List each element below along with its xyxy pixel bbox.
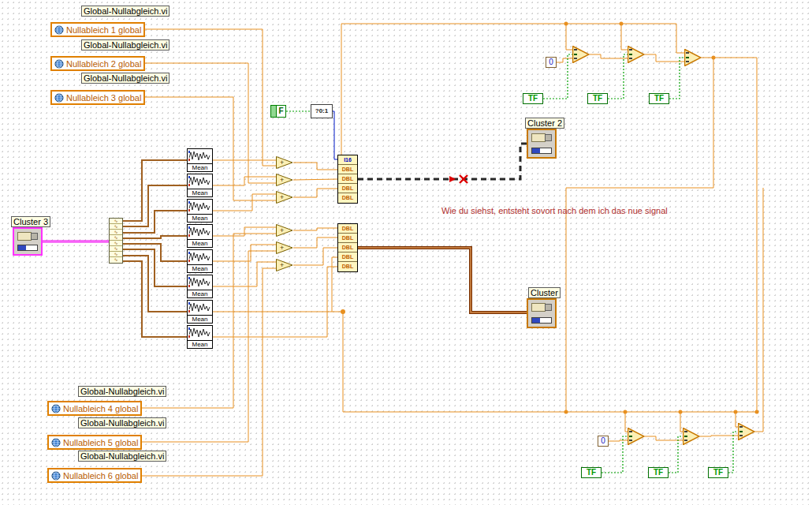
- select-function[interactable]: [684, 49, 702, 66]
- mean-label: Mean: [188, 189, 212, 196]
- tf-boolean-constant[interactable]: TF: [581, 467, 602, 478]
- numeric-wire[interactable]: [702, 58, 757, 412]
- mean-vi-node[interactable]: Mean: [187, 300, 213, 324]
- mean-vi-node[interactable]: Mean: [187, 325, 213, 349]
- waveform-wires[interactable]: [123, 160, 187, 337]
- add-function[interactable]: +: [276, 174, 293, 186]
- cluster-wire[interactable]: [358, 248, 527, 312]
- waveform-icon: [188, 326, 212, 340]
- numeric-wire[interactable]: [621, 24, 628, 50]
- numeric-wire[interactable]: [645, 436, 683, 440]
- add-function[interactable]: +: [276, 224, 293, 237]
- bundle-node[interactable]: DBL DBL DBL DBL DBL: [337, 223, 358, 272]
- cluster3-control[interactable]: [13, 227, 43, 256]
- false-boolean-constant[interactable]: F: [270, 105, 286, 118]
- select-function[interactable]: [738, 423, 755, 440]
- bundle-row: DBL: [338, 165, 357, 174]
- mean-vi-node[interactable]: Mean: [187, 275, 213, 298]
- select-function[interactable]: [572, 46, 590, 63]
- mean-vi-node[interactable]: Mean: [187, 148, 213, 172]
- mean-label: Mean: [188, 290, 212, 297]
- numeric-wire[interactable]: [293, 179, 337, 180]
- numeric-wire[interactable]: [213, 227, 276, 236]
- cluster-label: Cluster: [528, 287, 561, 298]
- numeric-wire[interactable]: [609, 440, 628, 441]
- waveform-icon: [188, 149, 212, 163]
- boolean-wire[interactable]: [728, 432, 738, 473]
- bundle-row: DBL: [338, 262, 357, 271]
- global-variable-node[interactable]: Nullableich 6 global: [47, 468, 142, 483]
- mean-vi-node[interactable]: Mean: [187, 199, 213, 223]
- global-variable-node[interactable]: Nullableich 5 global: [47, 435, 142, 450]
- mean-label: Mean: [188, 214, 212, 222]
- broken-cluster-wire[interactable]: [358, 144, 527, 179]
- numeric-wire[interactable]: [700, 436, 738, 436]
- tf-boolean-constant[interactable]: TF: [523, 93, 543, 104]
- global-variable-node[interactable]: Nullableich 2 global: [50, 56, 145, 71]
- global-variable-label: Nullableich 2 global: [66, 59, 141, 69]
- add-function[interactable]: +: [276, 241, 293, 254]
- mean-vi-node[interactable]: Mean: [187, 174, 213, 197]
- numeric-wire[interactable]: [566, 58, 713, 412]
- numeric-wire[interactable]: [645, 54, 684, 62]
- add-function[interactable]: +: [276, 191, 293, 204]
- numeric-wires[interactable]: [136, 24, 763, 476]
- numeric-wire[interactable]: [213, 262, 276, 286]
- boolean-to-01-node[interactable]: ?0:1: [311, 104, 333, 118]
- numeric-wire[interactable]: [293, 189, 337, 197]
- numeric-wire[interactable]: [293, 163, 337, 170]
- cluster2-indicator[interactable]: [527, 129, 557, 159]
- unbundle-cell: ∿: [110, 241, 122, 246]
- cluster-indicator[interactable]: [527, 298, 557, 328]
- numeric-wire[interactable]: [566, 24, 572, 50]
- numeric-wire[interactable]: [676, 24, 684, 53]
- numeric-constant-zero[interactable]: 0: [546, 57, 557, 68]
- svg-text:+: +: [280, 159, 284, 166]
- mean-vi-node[interactable]: Mean: [187, 249, 213, 273]
- bundle-row: DBL: [338, 184, 357, 193]
- numeric-wire[interactable]: [293, 248, 337, 265]
- numeric-wire[interactable]: [557, 58, 572, 62]
- tf-boolean-constant[interactable]: TF: [708, 467, 728, 478]
- numeric-wire[interactable]: [213, 245, 276, 261]
- boolean-wire[interactable]: [608, 54, 628, 99]
- global-variable-node[interactable]: Nullableich 1 global: [50, 22, 145, 37]
- numeric-wire[interactable]: [213, 267, 337, 337]
- svg-text:+: +: [280, 244, 284, 252]
- boolean-wire[interactable]: [669, 436, 683, 473]
- numeric-wire[interactable]: [590, 54, 628, 58]
- unbundle-node[interactable]: ∿ ∿ ∿ ∿ ∿ ∿ ∿ ∿: [109, 218, 123, 264]
- global-variable-node[interactable]: Nullableich 3 global: [50, 90, 145, 105]
- bundle-node[interactable]: I16 DBL DBL DBL DBL: [337, 155, 358, 204]
- numeric-wire[interactable]: [293, 228, 337, 230]
- select-function[interactable]: [683, 428, 700, 445]
- numeric-wire[interactable]: [213, 194, 276, 211]
- globe-icon: [54, 59, 64, 69]
- tf-boolean-constant[interactable]: TF: [587, 93, 608, 104]
- select-function[interactable]: [628, 428, 645, 445]
- waveform-icon: [188, 225, 212, 239]
- mean-vi-node[interactable]: Mean: [187, 224, 213, 248]
- cluster-mini-slider: [531, 148, 552, 154]
- unbundle-cell: ∿: [110, 219, 122, 224]
- numeric-constant-zero[interactable]: 0: [598, 436, 609, 447]
- add-function[interactable]: +: [276, 259, 293, 271]
- add-function[interactable]: +: [276, 156, 293, 169]
- vi-name-label: Global-Nullabgleich.vi: [78, 386, 166, 397]
- unbundle-cell: ∿: [110, 235, 122, 241]
- numeric-wire[interactable]: [213, 177, 276, 185]
- boolean-wire[interactable]: [669, 58, 684, 99]
- global-variable-node[interactable]: Nullableich 4 global: [47, 401, 142, 416]
- integer-wire[interactable]: [333, 111, 337, 159]
- tf-boolean-constant[interactable]: TF: [648, 467, 669, 478]
- tf-boolean-constant[interactable]: TF: [649, 93, 669, 104]
- cluster2-label: Cluster 2: [525, 118, 564, 129]
- numeric-wire[interactable]: [293, 238, 337, 248]
- select-function[interactable]: [628, 46, 645, 63]
- labview-block-diagram: Global-Nullabgleich.vi Nullableich 1 glo…: [0, 0, 812, 505]
- vi-name-label: Global-Nullabgleich.vi: [81, 6, 169, 17]
- waveform-wire[interactable]: [123, 236, 187, 238]
- wire-junction-dots: [341, 22, 759, 414]
- boolean-constant-strip: [271, 106, 277, 117]
- integer-wires[interactable]: [333, 111, 337, 159]
